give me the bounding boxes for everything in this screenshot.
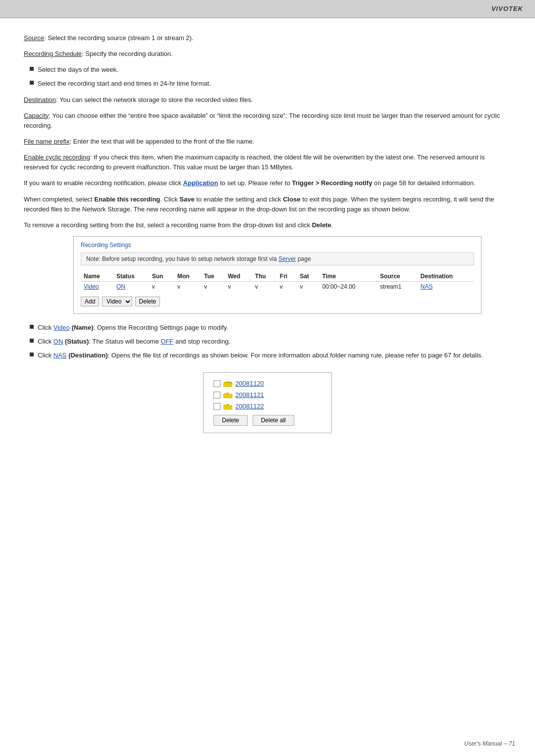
capacity-para: Capacity: You can choose either the “ent… [24, 111, 511, 131]
cell-wed: v [225, 281, 252, 292]
remove-text: . [331, 221, 333, 229]
cell-mon: v [174, 281, 201, 292]
recording-table: Name Status Sun Mon Tue Wed Thu Fri Sat … [81, 271, 474, 292]
complete-text1: . Click [160, 196, 179, 203]
trigger-recording-notify: Trigger > Recording notify [292, 179, 372, 187]
filelist-delete-all-button[interactable]: Delete all [253, 415, 294, 426]
col-source: Source [377, 271, 418, 282]
cell-sun: v [149, 281, 174, 292]
complete-para: When completed, select Enable this recor… [24, 195, 511, 214]
destination-para: Destination: You can select the network … [24, 95, 511, 105]
source-label: Source [24, 34, 44, 42]
video-link[interactable]: Video [54, 324, 70, 331]
header: VIVOTEK [0, 0, 535, 18]
on-link[interactable]: ON [54, 338, 63, 345]
col-status: Status [113, 271, 149, 282]
bullet-text-2: Select the recording start and end times… [38, 79, 211, 89]
cyclic-label: Enable cyclic recording [24, 153, 90, 161]
folder-icon-1 [223, 380, 232, 387]
file-link-2[interactable]: 20081121 [235, 391, 264, 399]
col-fri: Fri [277, 271, 297, 282]
col-thu: Thu [252, 271, 277, 282]
remove-para: To remove a recording setting from the l… [24, 220, 511, 230]
cell-source: stream1 [377, 281, 418, 292]
page: VIVOTEK Source: Select the recording sou… [0, 0, 535, 756]
bullet-icon-2 [30, 81, 34, 85]
col-tue: Tue [201, 271, 225, 282]
source-text: : Select the recording source (stream 1 … [44, 34, 193, 42]
status-bold: (Status) [65, 338, 89, 345]
status-on-link[interactable]: ON [116, 283, 125, 290]
name-bold: (Name) [71, 324, 93, 331]
save-bold: Save [179, 196, 194, 203]
bullet-on-before: Click [38, 338, 54, 345]
file-link-1[interactable]: 20081120 [235, 380, 264, 387]
page-footer: User's Manual – 71 [464, 740, 515, 747]
svg-rect-9 [227, 404, 229, 405]
recording-settings-box: Recording Settings Note: Before setup re… [73, 236, 482, 314]
delete-bold: Delete [312, 221, 331, 229]
cell-name: Video [81, 281, 113, 292]
capacity-text: : You can choose either the “entire free… [24, 112, 500, 129]
close-bold: Close [283, 196, 300, 203]
folder-icon-3 [223, 403, 232, 410]
server-link[interactable]: Server [278, 255, 296, 262]
recording-schedule-text: : Specify the recording duration. [82, 50, 173, 57]
file-checkbox-3[interactable] [214, 403, 220, 410]
svg-rect-7 [223, 405, 232, 409]
recording-schedule-label: Recording Schedule [24, 50, 82, 57]
file-row-2: 20081121 [214, 391, 321, 399]
add-button[interactable]: Add [81, 297, 99, 306]
col-sat: Sat [297, 271, 319, 282]
bullet-icon-on [30, 339, 34, 343]
nas-link-2[interactable]: NAS [54, 352, 67, 359]
cell-thu: v [252, 281, 277, 292]
cyclic-para: Enable cyclic recording: If you check th… [24, 152, 511, 172]
bullet-nas-after: : Opens the file list of recordings as s… [108, 352, 483, 359]
video-name-link[interactable]: Video [84, 283, 99, 290]
file-link-3[interactable]: 20081122 [235, 403, 264, 410]
bullet-icon-1 [30, 67, 34, 71]
cell-fri: v [277, 281, 297, 292]
table-row: Video ON v v v v v v v 00:00~24:00 strea… [81, 281, 474, 292]
bullet-list-1: Select the days of the week. Select the … [30, 65, 511, 89]
svg-rect-2 [223, 383, 232, 387]
file-name-prefix-text: : Enter the text that will be appended t… [69, 138, 254, 145]
col-mon: Mon [174, 271, 201, 282]
bullet-video-after: : Opens the Recording Settings page to m… [94, 324, 228, 331]
svg-rect-8 [224, 404, 227, 406]
file-checkbox-2[interactable] [214, 392, 220, 399]
bullet-nas-item: Click NAS (Destination): Opens the file … [30, 351, 511, 360]
application-link[interactable]: Application [183, 179, 218, 187]
off-link[interactable]: OFF [160, 338, 173, 345]
content: Source: Select the recording source (str… [0, 18, 535, 458]
delete-button[interactable]: Delete [135, 297, 160, 306]
bullet-text-1: Select the days of the week. [38, 65, 118, 75]
recording-note-after: page [298, 255, 311, 262]
recording-note: Note: Before setup recording, you have t… [81, 252, 474, 265]
filelist-box: 20081120 20081121 [203, 372, 332, 433]
bullet-on-after2: and stop recording. [173, 338, 230, 345]
enable-recording-bold: Enable this recording [94, 196, 160, 203]
cell-time: 00:00~24:00 [319, 281, 377, 292]
recording-note-text: Note: Before setup recording, you have t… [86, 255, 277, 262]
bullet-icon-video [30, 325, 34, 329]
capacity-label: Capacity [24, 112, 49, 119]
bullet-item-2: Select the recording start and end times… [30, 79, 511, 89]
complete-before: When completed, select [24, 196, 94, 203]
bullet-video-before: Click [38, 324, 54, 331]
recording-controls: Add Video Delete [81, 297, 474, 306]
bullet-on-after: : The Status will become [89, 338, 160, 345]
nas-link[interactable]: NAS [421, 283, 433, 290]
recording-schedule-para: Recording Schedule: Specify the recordin… [24, 49, 511, 59]
destination-bold: (Destination) [68, 352, 107, 359]
destination-label: Destination [24, 96, 56, 103]
bullet-on-text: Click ON (Status): The Status will becom… [38, 337, 230, 347]
svg-rect-6 [227, 393, 229, 394]
folder-icon-2 [223, 392, 232, 399]
recording-name-select[interactable]: Video [102, 297, 132, 306]
file-checkbox-1[interactable] [214, 380, 220, 387]
source-para: Source: Select the recording source (str… [24, 33, 511, 43]
filelist-delete-button[interactable]: Delete [214, 415, 248, 426]
complete-text2: to enable the setting and click [195, 196, 283, 203]
